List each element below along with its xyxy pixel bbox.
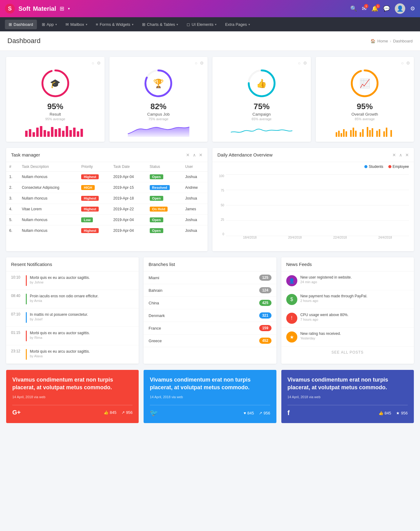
svg-rect-4	[33, 132, 35, 137]
notif-author: by Josef	[30, 317, 88, 321]
stat-avg-result: 95% average	[11, 117, 100, 121]
cell-status: On Hold	[147, 204, 182, 215]
cell-priority: Highest	[78, 204, 110, 215]
svg-rect-27	[343, 129, 344, 137]
menu-item-app[interactable]: ⊞ App ▾	[38, 20, 61, 29]
mail-icon[interactable]: ✉ 1	[362, 5, 367, 12]
priority-badge: Low	[81, 217, 93, 222]
notif-content: Morbi quis ex eu arcu auctor sagittis. b…	[30, 349, 90, 358]
x-label: 24/4/2018	[363, 236, 408, 242]
like-icon: 👍	[104, 410, 109, 415]
gear-icon[interactable]: ⚙	[410, 5, 415, 12]
svg-rect-5	[36, 128, 39, 137]
collapse-icon[interactable]: ✕	[405, 153, 409, 157]
menu-item-charts[interactable]: ⊞ Charts & Tables ▾	[138, 20, 182, 29]
page-title: Dashboard	[7, 37, 41, 45]
svg-rect-39	[383, 131, 385, 137]
radio-icon[interactable]: ○	[298, 61, 300, 65]
x-label: 20/4/2018	[272, 236, 318, 242]
menu-label-charts: Charts & Tables	[147, 22, 175, 27]
news-text: New rating has received.	[300, 331, 341, 336]
cell-date: 2019-Apr-22	[110, 204, 146, 215]
breadcrumb-home[interactable]: Home	[377, 39, 388, 43]
news-icon: 👤	[286, 275, 297, 286]
list-item: Denmark 321	[144, 309, 276, 322]
app-icon: ⊞	[42, 22, 45, 27]
likes-count: 845	[247, 411, 254, 415]
gear-icon[interactable]: ⚙	[406, 61, 410, 65]
social-meta-twitter: 14 April, 2018 via web	[150, 395, 270, 399]
forms-icon: ≡	[96, 22, 98, 27]
menu-item-forms[interactable]: ≡ Forms & Widgets ▾	[92, 20, 137, 29]
gear-icon[interactable]: ⚙	[97, 61, 101, 65]
y-label-50: 50	[217, 204, 224, 207]
cell-status: Open	[147, 193, 182, 204]
cell-priority: Highest	[78, 172, 110, 182]
news-list: 👤 New user registered in website. 24 min…	[281, 271, 414, 347]
google-stats: 👍 845 ↗ 956	[104, 410, 133, 415]
main-content: ○ ⚙ 🎓 95% Result 95% average	[0, 57, 420, 429]
gear-icon[interactable]: ⚙	[303, 61, 307, 65]
cell-num: 6.	[6, 225, 19, 236]
svg-rect-2	[25, 131, 28, 137]
list-item: France 159	[144, 322, 276, 335]
brand-name: SoftMaterial	[18, 5, 56, 12]
notif-bar	[26, 312, 27, 323]
chevron-down-icon: ▾	[132, 23, 133, 26]
expand-icon[interactable]: ∧	[399, 153, 402, 157]
mailbox-icon: ✉	[65, 22, 69, 27]
radio-icon[interactable]: ○	[92, 61, 94, 65]
chevron-down-icon: ▾	[176, 23, 178, 26]
menu-item-mailbox[interactable]: ✉ Mailbox ▾	[62, 20, 91, 29]
close-icon[interactable]: ✕	[186, 153, 190, 157]
cell-desc: Vitae Lorem	[19, 204, 78, 215]
grid-icon[interactable]: ⊞	[60, 5, 64, 12]
svg-rect-34	[367, 127, 368, 137]
branch-name: Bahrain	[149, 288, 162, 293]
svg-rect-16	[77, 131, 79, 137]
menu-item-ui[interactable]: ◻ UI Elements ▾	[183, 20, 220, 29]
news-icon: $	[286, 294, 297, 305]
radio-icon[interactable]: ○	[195, 61, 197, 65]
cell-date: 2019-Apr-04	[110, 215, 146, 225]
col-user: User	[182, 162, 208, 172]
collapse-icon[interactable]: ✕	[199, 153, 203, 157]
chat-icon[interactable]: 💬	[383, 5, 390, 12]
expand-icon[interactable]: ∧	[193, 153, 196, 157]
google-shares: ↗ 956	[121, 410, 133, 415]
mini-chart-campaign	[217, 125, 306, 137]
ui-icon: ◻	[187, 22, 190, 27]
svg-rect-41	[390, 130, 392, 137]
svg-rect-25	[338, 131, 339, 137]
svg-rect-32	[359, 132, 361, 137]
stat-label-growth: Overall Growth	[321, 112, 409, 117]
gear-icon[interactable]: ⚙	[200, 61, 204, 65]
task-table: # Task Description Priority Task Date St…	[6, 162, 208, 236]
see-all-button[interactable]: SEE ALL POSTS	[281, 347, 414, 358]
bell-icon[interactable]: 🔔 1	[371, 5, 378, 12]
search-icon[interactable]: 🔍	[350, 5, 357, 12]
radio-icon[interactable]: ○	[401, 61, 404, 65]
notif-author: by Arnia	[30, 299, 98, 303]
list-item: 08:40 Proin iaculis eros non odio ornare…	[6, 290, 139, 308]
branches-list: Miami 125 Bahrain 124 China 425 Denmark …	[144, 271, 276, 347]
avatar[interactable]: 👤	[395, 3, 405, 14]
news-time: 7 hours ago	[300, 318, 349, 321]
growth-icon: 📈	[359, 78, 370, 89]
menu-item-dashboard[interactable]: ⊞ Dashboard	[5, 20, 37, 29]
chevron-down-icon: ▾	[248, 23, 250, 26]
news-time: 2 hours ago	[300, 299, 367, 303]
news-time: 24 min ago	[300, 280, 352, 284]
close-icon[interactable]: ✕	[392, 153, 396, 157]
news-icon: !	[286, 313, 297, 324]
twitter-stats: ♥ 845 ↗ 956	[244, 411, 270, 415]
branch-count: 425	[259, 300, 271, 306]
table-row: 1. Nullam rhoncus Highest 2019-Apr-04 Op…	[6, 172, 208, 182]
cell-num: 1.	[6, 172, 19, 182]
stat-avg-growth: 85% average	[321, 117, 409, 121]
notif-text: Morbi quis ex eu arcu auctor sagittis.	[30, 275, 90, 280]
stat-circle-campus: 🏆	[114, 68, 203, 99]
chevron-down-icon[interactable]: ▾	[68, 6, 70, 11]
status-badge: Open	[150, 174, 163, 179]
menu-item-extra[interactable]: Extra Pages ▾	[221, 20, 254, 29]
